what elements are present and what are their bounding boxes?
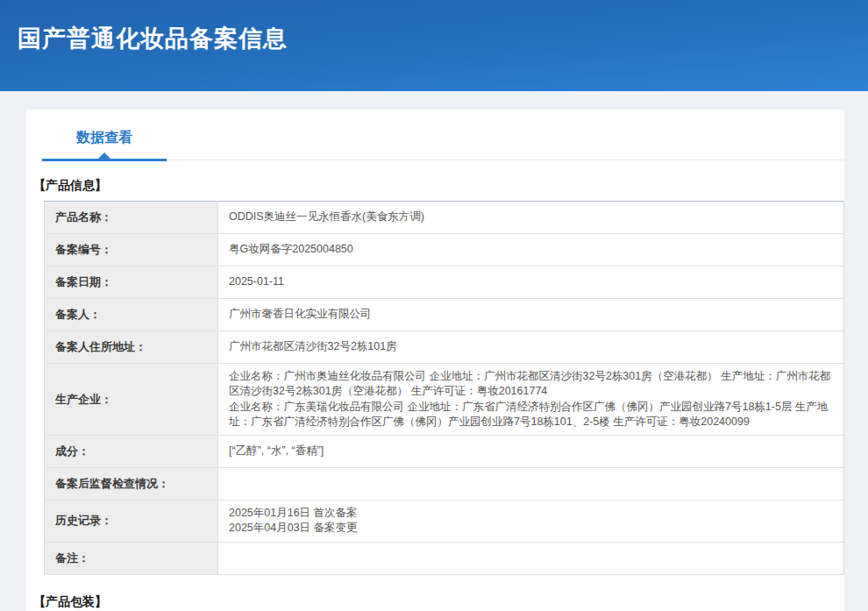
- row-value: [218, 542, 844, 574]
- table-row: 生产企业： 企业名称：广州市奥迪丝化妆品有限公司 企业地址：广州市花都区清沙街3…: [45, 364, 844, 436]
- row-value: 企业名称：广州市奥迪丝化妆品有限公司 企业地址：广州市花都区清沙街32号2栋30…: [218, 364, 844, 436]
- table-row: 备案日期： 2025-01-11: [45, 266, 844, 299]
- row-value: ODDIS奥迪丝一见永恒香水(美食东方调): [218, 202, 844, 234]
- table-row: 备案编号： 粤G妆网备字2025004850: [45, 234, 844, 266]
- row-value: [218, 468, 844, 501]
- table-row: 备案人： 广州市奢香日化实业有限公司: [45, 299, 844, 331]
- table-row: 历史记录： 2025年01月16日 首次备案 2025年04月03日 备案变更: [45, 501, 844, 543]
- table-row: 备案后监督检查情况：: [45, 468, 844, 501]
- table-row: 备注：: [45, 542, 844, 574]
- row-label: 产品名称：: [45, 202, 218, 234]
- row-label: 备注：: [45, 542, 218, 574]
- row-label: 生产企业：: [45, 364, 218, 436]
- section-product-package: 【产品包装】: [33, 594, 844, 610]
- row-label: 备案后监督检查情况：: [45, 468, 218, 501]
- section-product-info: 【产品信息】: [33, 178, 844, 194]
- page-header: 国产普通化妆品备案信息: [0, 0, 868, 91]
- row-label: 历史记录：: [45, 501, 218, 543]
- row-label: 成分：: [45, 436, 218, 468]
- row-value: 粤G妆网备字2025004850: [218, 234, 844, 266]
- tab-active-caret: [98, 153, 110, 159]
- table-row: 备案人住所地址： 广州市花都区清沙街32号2栋101房: [45, 331, 844, 364]
- row-label: 备案编号：: [45, 234, 218, 266]
- row-label: 备案日期：: [45, 266, 218, 299]
- page-title: 国产普通化妆品备案信息: [18, 23, 868, 54]
- row-value: 2025-01-11: [218, 266, 844, 299]
- tab-data-view-label: 数据查看: [76, 130, 132, 145]
- row-label: 备案人：: [45, 299, 218, 331]
- tab-data-view[interactable]: 数据查看: [42, 129, 167, 161]
- row-label: 备案人住所地址：: [45, 331, 218, 364]
- content-card: 数据查看 【产品信息】 产品名称： ODDIS奥迪丝一见永恒香水(美食东方调) …: [26, 110, 844, 611]
- row-value: 2025年01月16日 首次备案 2025年04月03日 备案变更: [218, 501, 844, 543]
- tabbar: 数据查看: [42, 129, 844, 160]
- table-row: 成分： [“乙醇”, “水”, “香精”]: [45, 436, 844, 468]
- row-value: 广州市奢香日化实业有限公司: [218, 299, 844, 331]
- table-row: 产品名称： ODDIS奥迪丝一见永恒香水(美食东方调): [45, 202, 844, 234]
- row-value: 广州市花都区清沙街32号2栋101房: [218, 331, 844, 364]
- product-info-table: 产品名称： ODDIS奥迪丝一见永恒香水(美食东方调) 备案编号： 粤G妆网备字…: [44, 201, 844, 575]
- row-value: [“乙醇”, “水”, “香精”]: [218, 436, 844, 468]
